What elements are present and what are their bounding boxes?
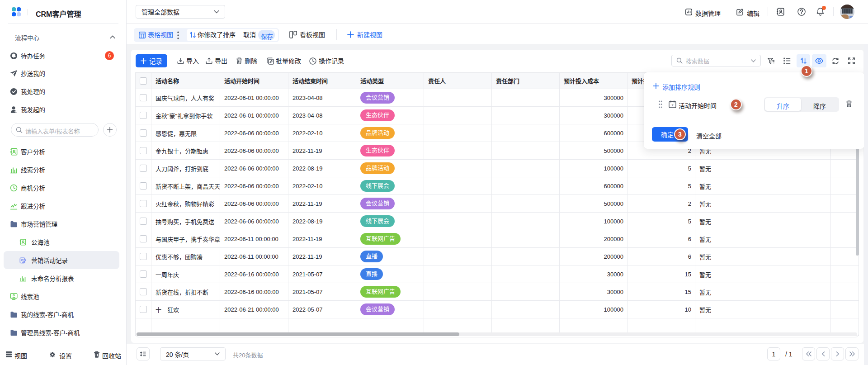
svg-text:7: 7 bbox=[671, 103, 674, 107]
